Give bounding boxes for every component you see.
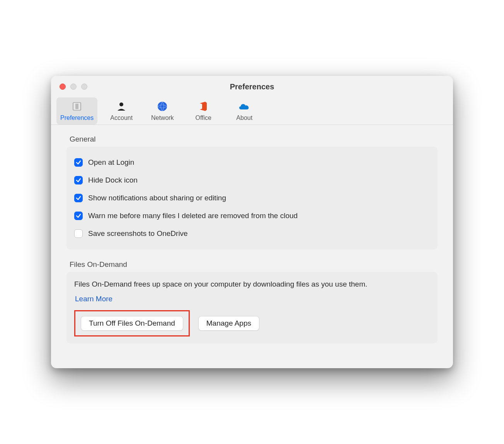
tab-preferences[interactable]: Preferences	[56, 97, 97, 125]
tab-network[interactable]: Network	[145, 97, 179, 125]
tab-about[interactable]: About	[227, 97, 261, 125]
content-area: General Open at Login Hide Dock icon Sho…	[51, 125, 453, 368]
button-row: Turn Off Files On-Demand Manage Apps	[74, 310, 430, 336]
traffic-lights	[60, 84, 87, 90]
cloud-icon	[238, 100, 251, 113]
checkbox-hide-dock-icon[interactable]	[74, 176, 83, 184]
checkbox-label: Warn me before many files I deleted are …	[88, 212, 298, 220]
checkbox-row-warn-delete: Warn me before many files I deleted are …	[74, 207, 430, 225]
checkbox-row-screenshots: Save screenshots to OneDrive	[74, 225, 430, 242]
tab-office[interactable]: Office	[186, 97, 220, 125]
svg-point-2	[119, 102, 123, 106]
general-section: Open at Login Hide Dock icon Show notifi…	[66, 147, 438, 249]
tab-label: Network	[151, 114, 174, 121]
section-title-files-on-demand: Files On-Demand	[70, 260, 438, 269]
checkbox-show-notifications[interactable]	[74, 194, 83, 202]
tab-label: Account	[110, 114, 133, 121]
files-on-demand-description: Files On-Demand frees up space on your c…	[74, 279, 430, 290]
checkbox-row-notifications: Show notifications about sharing or edit…	[74, 189, 430, 207]
window-close-button[interactable]	[60, 84, 66, 90]
checkbox-label: Open at Login	[88, 158, 134, 167]
checkbox-save-screenshots[interactable]	[74, 229, 83, 238]
svg-rect-1	[75, 104, 78, 109]
manage-apps-button[interactable]: Manage Apps	[198, 316, 259, 331]
checkbox-open-at-login[interactable]	[74, 158, 83, 167]
files-on-demand-section: Files On-Demand frees up space on your c…	[66, 272, 438, 343]
tab-label: About	[236, 114, 252, 121]
tab-label: Office	[196, 114, 212, 121]
svg-point-3	[158, 102, 167, 111]
highlight-annotation: Turn Off Files On-Demand	[74, 310, 190, 336]
preferences-icon	[70, 100, 83, 113]
checkbox-row-open-at-login: Open at Login	[74, 154, 430, 171]
toolbar-tabs: Preferences Account Network	[51, 97, 453, 125]
tab-label: Preferences	[60, 114, 94, 121]
window-title: Preferences	[51, 82, 453, 91]
window-minimize-button[interactable]	[70, 84, 77, 90]
network-icon	[156, 100, 169, 113]
preferences-window: Preferences Preferences Account	[51, 76, 453, 368]
checkbox-label: Show notifications about sharing or edit…	[88, 194, 226, 202]
checkbox-label: Hide Dock icon	[88, 176, 138, 184]
window-maximize-button[interactable]	[81, 84, 87, 90]
titlebar: Preferences	[51, 76, 453, 97]
checkbox-warn-before-delete[interactable]	[74, 212, 83, 220]
tab-account[interactable]: Account	[104, 97, 138, 125]
checkbox-label: Save screenshots to OneDrive	[88, 229, 188, 238]
account-icon	[115, 100, 128, 113]
turn-off-files-on-demand-button[interactable]: Turn Off Files On-Demand	[81, 316, 183, 331]
learn-more-link[interactable]: Learn More	[75, 295, 112, 303]
checkbox-row-hide-dock: Hide Dock icon	[74, 171, 430, 189]
office-icon	[197, 100, 210, 113]
section-title-general: General	[70, 135, 438, 143]
